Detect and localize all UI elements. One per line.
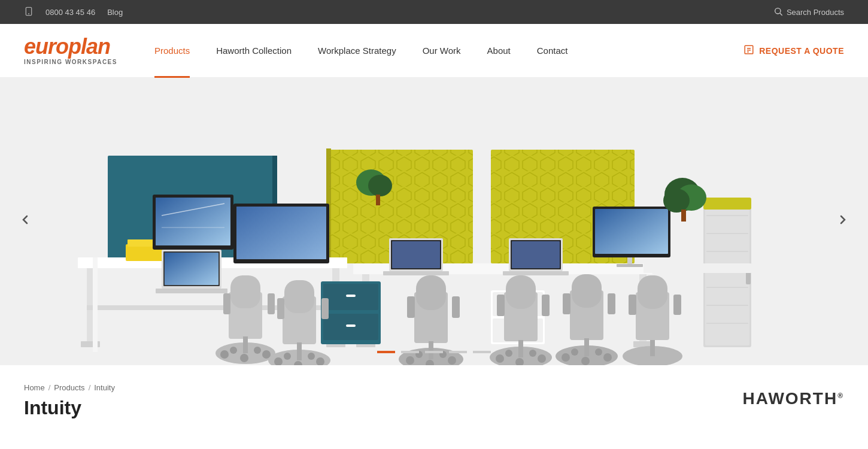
svg-line-3 xyxy=(780,13,782,16)
svg-rect-55 xyxy=(595,209,668,254)
breadcrumb-products[interactable]: Products xyxy=(54,383,84,392)
svg-rect-81 xyxy=(284,280,314,313)
svg-rect-61 xyxy=(346,295,356,297)
svg-point-98 xyxy=(448,356,456,365)
phone-number[interactable]: 0800 43 45 46 xyxy=(45,8,95,17)
svg-rect-83 xyxy=(321,298,329,319)
svg-rect-115 xyxy=(563,293,570,314)
svg-point-96 xyxy=(406,356,414,365)
breadcrumb-home[interactable]: Home xyxy=(24,383,45,392)
svg-rect-48 xyxy=(392,241,440,268)
svg-point-74 xyxy=(220,350,229,359)
search-area[interactable]: Search Products xyxy=(773,7,844,18)
svg-point-109 xyxy=(538,354,546,363)
slide-dot-3[interactable] xyxy=(425,351,443,353)
slide-dot-1[interactable] xyxy=(377,351,395,353)
svg-point-89 xyxy=(308,353,315,360)
svg-rect-131 xyxy=(703,198,751,210)
svg-rect-57 xyxy=(617,264,643,267)
svg-rect-23 xyxy=(93,257,98,352)
svg-rect-82 xyxy=(277,298,284,319)
logo-text: europlan INSPIRING WORKSPACES xyxy=(24,36,117,65)
slider-dots xyxy=(377,351,491,353)
svg-point-143 xyxy=(663,189,690,213)
svg-point-121 xyxy=(571,348,578,356)
slide-dot-4[interactable] xyxy=(449,351,467,353)
phone-icon xyxy=(24,7,34,18)
breadcrumb-sep-2: / xyxy=(89,383,91,392)
next-slide-button[interactable] xyxy=(830,206,856,237)
blog-link[interactable]: Blog xyxy=(107,8,123,17)
nav-item-contact[interactable]: Contact xyxy=(524,24,581,78)
svg-point-146 xyxy=(368,175,392,196)
svg-point-76 xyxy=(262,350,271,359)
svg-rect-117 xyxy=(584,338,589,356)
svg-point-118 xyxy=(562,353,570,362)
svg-rect-93 xyxy=(407,296,415,318)
top-bar: 0800 43 45 46 Blog Search Products xyxy=(0,0,868,24)
svg-point-107 xyxy=(496,354,504,363)
svg-rect-105 xyxy=(542,295,550,316)
brand-name: HAWORTH xyxy=(743,389,838,408)
nav-item-about[interactable]: About xyxy=(474,24,524,78)
search-label[interactable]: Search Products xyxy=(787,8,844,17)
svg-rect-35 xyxy=(165,253,218,285)
breadcrumb-sep-1: / xyxy=(48,383,51,392)
request-quote-label: REQUEST A QUOTE xyxy=(759,46,844,56)
svg-point-119 xyxy=(581,357,590,365)
svg-rect-104 xyxy=(497,295,505,316)
svg-rect-106 xyxy=(518,340,523,357)
svg-point-78 xyxy=(254,347,261,354)
nav-item-products[interactable]: Products xyxy=(141,24,203,78)
logo-subtitle: INSPIRING WORKSPACES xyxy=(24,59,117,65)
svg-rect-125 xyxy=(638,275,667,309)
below-hero: Home / Products / Intuity Intuity HAWORT… xyxy=(0,365,868,431)
quote-icon xyxy=(743,44,754,57)
top-bar-left: 0800 43 45 46 Blog xyxy=(24,7,123,18)
svg-rect-103 xyxy=(506,275,536,309)
svg-point-88 xyxy=(284,353,291,360)
slide-dot-5[interactable] xyxy=(473,351,491,353)
svg-point-110 xyxy=(505,350,512,357)
svg-rect-126 xyxy=(629,295,636,315)
svg-point-120 xyxy=(603,353,612,362)
nav-item-workplace-strategy[interactable]: Workplace Strategy xyxy=(305,24,409,78)
main-nav: Products Haworth Collection Workplace St… xyxy=(141,24,844,78)
svg-rect-94 xyxy=(452,296,460,318)
svg-rect-52 xyxy=(512,241,560,268)
svg-rect-144 xyxy=(681,210,686,222)
header: europlan INSPIRING WORKSPACES Products H… xyxy=(0,24,868,78)
search-icon xyxy=(773,7,783,18)
svg-rect-53 xyxy=(503,271,569,275)
nav-item-haworth-collection[interactable]: Haworth Collection xyxy=(203,24,305,78)
logo-name: europlan xyxy=(24,36,117,57)
svg-rect-114 xyxy=(572,274,602,308)
logo[interactable]: europlan INSPIRING WORKSPACES xyxy=(24,36,117,65)
svg-rect-73 xyxy=(243,336,248,353)
nav-item-our-work[interactable]: Our Work xyxy=(409,24,474,78)
product-info: Home / Products / Intuity Intuity xyxy=(24,383,115,419)
prev-slide-button[interactable] xyxy=(12,206,38,237)
hero-slider xyxy=(0,78,868,365)
brand-logo: HAWORTH® xyxy=(743,383,845,408)
breadcrumb-current: Intuity xyxy=(94,383,115,392)
svg-rect-49 xyxy=(383,271,449,275)
svg-rect-127 xyxy=(673,295,681,315)
hero-image xyxy=(0,78,868,365)
svg-rect-95 xyxy=(429,341,433,359)
svg-rect-71 xyxy=(223,293,230,314)
request-quote-button[interactable]: REQUEST A QUOTE xyxy=(743,44,844,57)
svg-rect-140 xyxy=(644,263,751,273)
svg-rect-116 xyxy=(608,293,615,314)
svg-point-77 xyxy=(230,347,237,354)
svg-rect-147 xyxy=(376,195,380,205)
svg-rect-128 xyxy=(650,340,655,356)
svg-rect-70 xyxy=(230,275,260,308)
svg-rect-36 xyxy=(156,289,227,293)
svg-rect-92 xyxy=(416,275,446,310)
slide-dot-2[interactable] xyxy=(401,351,419,353)
svg-rect-56 xyxy=(627,257,632,265)
svg-rect-62 xyxy=(346,324,356,327)
svg-rect-84 xyxy=(297,342,302,360)
breadcrumb: Home / Products / Intuity xyxy=(24,383,115,392)
